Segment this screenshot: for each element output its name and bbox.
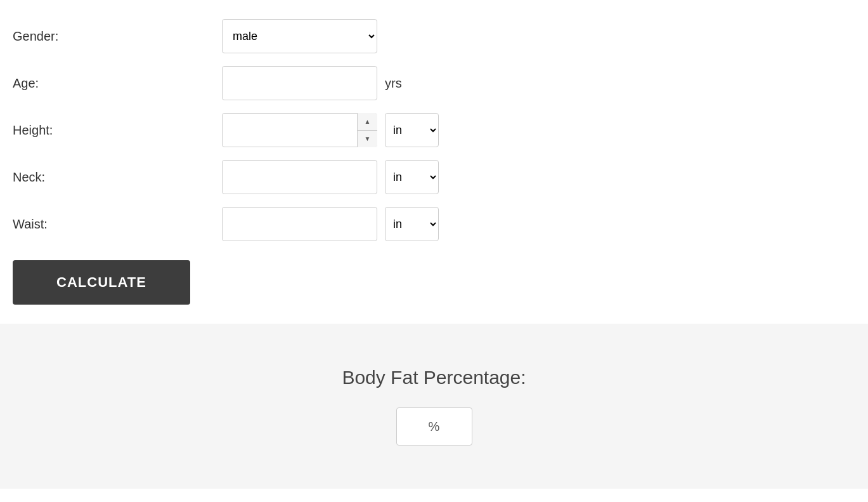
age-label: Age: (13, 76, 222, 91)
waist-unit-select[interactable]: in cm (385, 207, 439, 241)
neck-row: Neck: in cm (13, 160, 855, 194)
calculator-form: Gender: male female Age: yrs Height: ▲ ▼… (0, 0, 868, 324)
age-input[interactable] (222, 66, 377, 100)
age-row: Age: yrs (13, 66, 855, 100)
height-input[interactable] (222, 113, 377, 147)
result-box: % (396, 407, 472, 446)
neck-label: Neck: (13, 170, 222, 185)
waist-label: Waist: (13, 217, 222, 232)
height-label: Height: (13, 123, 222, 138)
result-value: % (429, 419, 440, 434)
calculate-button-row: CALCULATE (13, 254, 855, 311)
waist-input[interactable] (222, 207, 377, 241)
height-unit-select[interactable]: in cm (385, 113, 439, 147)
waist-row: Waist: in cm (13, 207, 855, 241)
height-spinner: ▲ ▼ (357, 113, 377, 147)
neck-unit-select[interactable]: in cm (385, 160, 439, 194)
height-increment-button[interactable]: ▲ (358, 113, 377, 131)
result-section: Body Fat Percentage: % (0, 324, 868, 489)
height-input-wrapper: ▲ ▼ (222, 113, 377, 147)
height-row: Height: ▲ ▼ in cm (13, 113, 855, 147)
gender-select[interactable]: male female (222, 19, 377, 53)
calculate-button[interactable]: CALCULATE (13, 260, 190, 305)
neck-input[interactable] (222, 160, 377, 194)
result-title: Body Fat Percentage: (342, 367, 526, 388)
gender-label: Gender: (13, 29, 222, 44)
age-unit-label: yrs (385, 76, 402, 91)
height-decrement-button[interactable]: ▼ (358, 131, 377, 148)
gender-row: Gender: male female (13, 19, 855, 53)
